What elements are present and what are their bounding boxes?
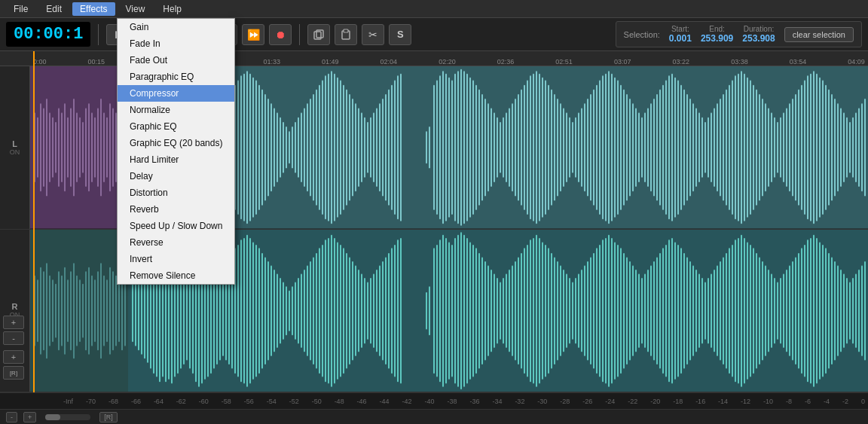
horizontal-scrollbar[interactable] [45,414,90,420]
svg-rect-387 [376,270,377,352]
zoom-vertical-out-btn[interactable]: - [3,331,24,345]
silence-button[interactable]: S [389,24,411,45]
svg-rect-298 [103,275,105,346]
record-side-btn[interactable]: [R] [3,366,24,380]
selection-duration: Duration: 253.908 [742,25,775,44]
cut-button[interactable]: ✂ [362,24,384,45]
svg-rect-197 [638,113,640,182]
record-button[interactable]: ⏺ [269,24,292,45]
svg-rect-413 [478,252,480,368]
svg-rect-233 [747,78,748,218]
zoom-out-status-btn[interactable]: - [6,412,17,422]
svg-rect-185 [602,75,604,219]
svg-rect-522 [807,239,808,382]
svg-rect-443 [569,278,570,343]
svg-rect-439 [557,261,558,360]
effects-menu-speed-up-slow-down[interactable]: Speed Up / Slow Down [118,218,234,234]
svg-rect-510 [771,273,772,347]
svg-rect-276 [37,279,38,342]
svg-rect-145 [481,94,483,201]
svg-rect-349 [261,252,263,368]
svg-rect-301 [112,271,114,350]
svg-rect-456 [608,234,610,386]
svg-rect-411 [472,244,474,377]
menu-edit[interactable]: Edit [38,2,69,16]
svg-rect-176 [575,117,576,178]
svg-rect-373 [334,238,335,383]
svg-rect-137 [457,71,459,224]
selection-end: End: 253.909 [701,25,733,44]
menu-file[interactable]: File [6,2,35,16]
svg-rect-498 [735,239,736,382]
svg-rect-91 [295,122,296,173]
svg-rect-115 [367,122,368,173]
menu-effects[interactable]: Effects [72,2,115,16]
svg-rect-495 [726,252,727,368]
svg-rect-6 [34,113,35,182]
skip-end-button[interactable]: ⏩ [242,24,264,45]
effects-menu-delay[interactable]: Delay [118,168,234,185]
svg-rect-497 [732,244,733,377]
effects-menu-gain[interactable]: Gain [118,19,234,35]
effects-menu-graphic-eq-20[interactable]: Graphic EQ (20 bands) [118,135,234,151]
svg-rect-372 [331,234,332,386]
effects-menu-remove-silence[interactable]: Remove Silence [118,267,234,284]
add-track-btn[interactable]: + [3,350,24,364]
svg-rect-347 [255,244,257,377]
svg-rect-114 [364,117,365,178]
svg-rect-131 [439,75,441,219]
svg-rect-446 [578,273,579,347]
record-status-btn[interactable]: [R] [99,412,118,422]
svg-rect-429 [527,244,528,377]
svg-rect-248 [792,99,793,196]
svg-rect-164 [539,74,540,221]
svg-rect-453 [599,244,601,377]
svg-rect-477 [671,238,673,383]
svg-rect-81 [264,94,266,201]
effects-menu-reverse[interactable]: Reverse [118,234,234,251]
menu-view[interactable]: View [118,2,153,16]
zoom-in-status-btn[interactable]: + [23,412,36,422]
ruler-tick-0: 0:00 [33,58,47,66]
effects-menu-compressor[interactable]: Compressor [118,85,234,102]
svg-rect-80 [261,90,263,206]
effects-menu-invert[interactable]: Invert [118,251,234,267]
effects-menu-distortion[interactable]: Distortion [118,185,234,201]
effects-menu-paragraphic-eq[interactable]: Paragraphic EQ [118,69,234,85]
svg-rect-200 [647,108,649,187]
zoom-vertical-in-btn[interactable]: + [3,316,24,329]
menu-help[interactable]: Help [155,2,189,16]
svg-rect-287 [70,271,72,350]
svg-rect-275 [34,275,35,346]
svg-rect-104 [334,74,335,221]
paste-button[interactable] [335,24,357,45]
svg-rect-108 [346,90,347,206]
svg-rect-77 [252,78,254,218]
effects-menu-normalize[interactable]: Normalize [118,102,234,118]
svg-rect-292 [85,271,87,350]
effects-menu-reverb[interactable]: Reverb [118,201,234,218]
svg-rect-177 [578,113,579,182]
effects-menu-graphic-eq[interactable]: Graphic EQ [118,118,234,135]
effects-menu-fade-out[interactable]: Fade Out [118,52,234,69]
copy-button[interactable] [307,24,330,45]
svg-rect-399 [436,244,438,377]
ruler-tick-5: 01:49 [322,58,339,66]
svg-rect-97 [313,94,314,201]
svg-rect-440 [560,265,561,355]
svg-rect-492 [717,265,718,355]
effects-menu-hard-limiter[interactable]: Hard Limiter [118,151,234,168]
svg-rect-241 [771,113,772,182]
svg-rect-478 [674,242,676,379]
svg-rect-362 [301,273,302,347]
svg-rect-280 [49,275,50,346]
svg-rect-207 [668,75,670,219]
svg-rect-487 [701,278,703,343]
svg-rect-496 [729,248,730,374]
svg-rect-30 [106,117,108,178]
effects-menu-fade-in[interactable]: Fade In [118,35,234,52]
svg-rect-388 [379,265,381,355]
clear-selection-button[interactable]: clear selection [784,27,854,42]
svg-rect-78 [255,80,257,215]
svg-rect-224 [720,99,721,196]
